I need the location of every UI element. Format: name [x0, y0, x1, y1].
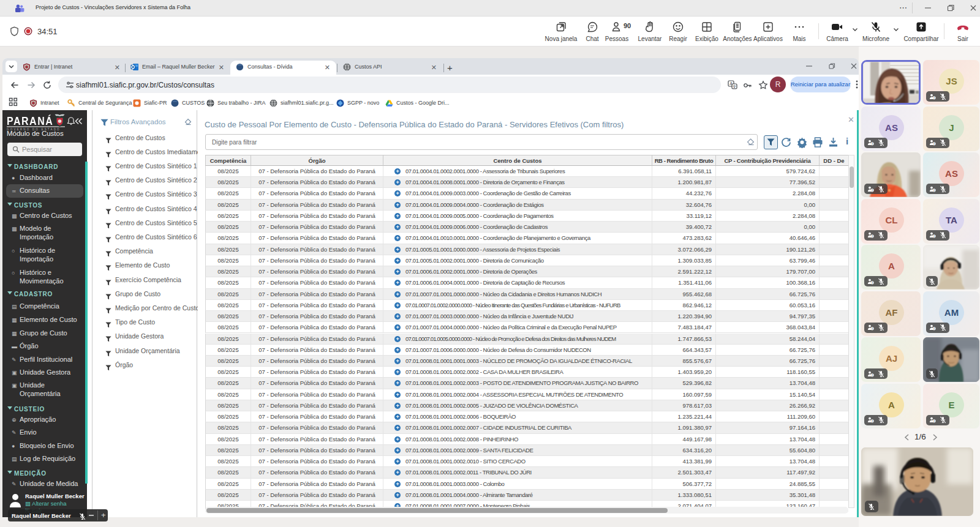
svg-text:文: 文 [733, 84, 737, 89]
